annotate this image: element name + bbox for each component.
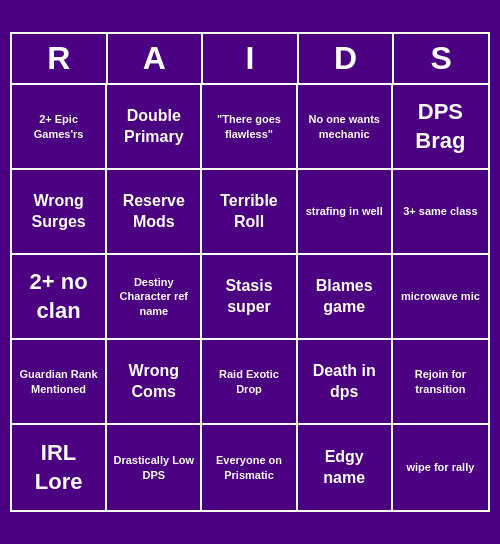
bingo-cell-23[interactable]: Edgy name bbox=[298, 425, 393, 510]
bingo-cell-7[interactable]: Terrible Roll bbox=[202, 170, 297, 255]
bingo-cell-3[interactable]: No one wants mechanic bbox=[298, 85, 393, 170]
bingo-cell-16[interactable]: Wrong Coms bbox=[107, 340, 202, 425]
bingo-cell-15[interactable]: Guardian Rank Mentioned bbox=[12, 340, 107, 425]
header-s: S bbox=[394, 34, 488, 83]
header-i: I bbox=[203, 34, 299, 83]
bingo-cell-5[interactable]: Wrong Surges bbox=[12, 170, 107, 255]
bingo-cell-4[interactable]: DPS Brag bbox=[393, 85, 488, 170]
bingo-cell-10[interactable]: 2+ no clan bbox=[12, 255, 107, 340]
bingo-cell-24[interactable]: wipe for rally bbox=[393, 425, 488, 510]
header-a: A bbox=[108, 34, 204, 83]
bingo-cell-17[interactable]: Raid Exotic Drop bbox=[202, 340, 297, 425]
header-r: R bbox=[12, 34, 108, 83]
bingo-cell-2[interactable]: "There goes flawless" bbox=[202, 85, 297, 170]
bingo-cell-0[interactable]: 2+ Epic Games'rs bbox=[12, 85, 107, 170]
bingo-cell-21[interactable]: Drastically Low DPS bbox=[107, 425, 202, 510]
bingo-cell-13[interactable]: Blames game bbox=[298, 255, 393, 340]
bingo-cell-6[interactable]: Reserve Mods bbox=[107, 170, 202, 255]
bingo-cell-11[interactable]: Destiny Character ref name bbox=[107, 255, 202, 340]
header-d: D bbox=[299, 34, 395, 83]
bingo-cell-1[interactable]: Double Primary bbox=[107, 85, 202, 170]
bingo-cell-12[interactable]: Stasis super bbox=[202, 255, 297, 340]
bingo-header: R A I D S bbox=[12, 34, 488, 85]
bingo-cell-22[interactable]: Everyone on Prismatic bbox=[202, 425, 297, 510]
bingo-cell-9[interactable]: 3+ same class bbox=[393, 170, 488, 255]
bingo-cell-20[interactable]: IRL Lore bbox=[12, 425, 107, 510]
bingo-cell-14[interactable]: microwave mic bbox=[393, 255, 488, 340]
bingo-grid: 2+ Epic Games'rsDouble Primary"There goe… bbox=[12, 85, 488, 510]
bingo-cell-19[interactable]: Rejoin for transition bbox=[393, 340, 488, 425]
bingo-card: R A I D S 2+ Epic Games'rsDouble Primary… bbox=[10, 32, 490, 512]
bingo-cell-8[interactable]: strafing in well bbox=[298, 170, 393, 255]
bingo-cell-18[interactable]: Death in dps bbox=[298, 340, 393, 425]
